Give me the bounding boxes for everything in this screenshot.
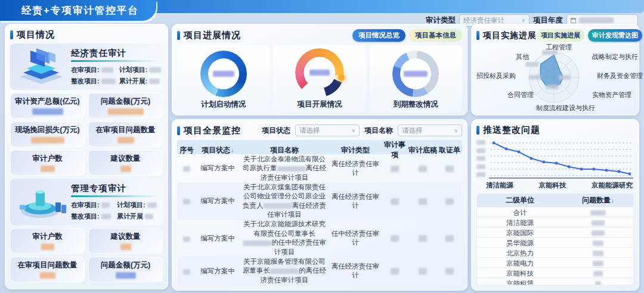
stat-card-label: 审计户数 xyxy=(33,232,63,242)
table-header-row: 二级单位 问题数量↓ xyxy=(477,194,633,207)
dashboard: 经责+专项审计管控平台 审计类型 经济责任审计 ∨ 项目年度 项目情况 xyxy=(0,0,644,293)
redacted-value xyxy=(593,261,603,266)
table-row[interactable]: 编写方案中 关于北京京煤集团有限责任公司物业管理分公司原企业负责人离任经济责任审… xyxy=(177,183,462,220)
redacted-value xyxy=(309,70,330,76)
table-row[interactable]: 编写方案中 关于京能服务管理有限公司原董事长的离任经济责任审计项目 离任经济责任… xyxy=(177,257,462,285)
unit-name: 北京热力 xyxy=(477,249,563,258)
unit-name: 清洁能源 xyxy=(477,219,563,227)
col-seq: 序号 xyxy=(177,145,196,155)
stat-card: 问题金额(万元) xyxy=(88,93,163,119)
redacted-value xyxy=(40,272,55,279)
redacted-value xyxy=(529,75,541,80)
tab-project-overview[interactable]: 项目情况总览 xyxy=(352,29,405,42)
table-row[interactable]: 清洁能源 xyxy=(477,217,633,227)
row-status: 编写方案中 xyxy=(196,234,239,243)
stat-card-label: 建议数量 xyxy=(111,232,141,242)
table-row[interactable]: 北京热力 xyxy=(477,248,633,258)
table-row[interactable]: 京能电力 xyxy=(477,258,633,268)
stat-card-label: 问题金额(万元) xyxy=(101,260,150,270)
redacted-value xyxy=(116,272,136,279)
col-problem-count[interactable]: 问题数量↓ xyxy=(563,195,633,205)
panel-project-progress: 项目进展情况 项目情况总览 项目基本信息 计划启动情况 项目开展情况 xyxy=(172,24,467,116)
gauge-label: 计划启动情况 xyxy=(201,99,246,110)
radar-axis-label: 战略制定与执行 xyxy=(592,52,638,61)
redacted-value xyxy=(108,108,144,115)
stat-card-label: 现场挽回损失(万元) xyxy=(15,125,79,135)
section-title: 经济责任审计 xyxy=(71,48,159,59)
panel-title: 推送整改问题 xyxy=(483,124,540,136)
due-rectification-donut xyxy=(392,51,439,97)
tab-implementation-progress[interactable]: 项目实施进展 xyxy=(537,29,584,42)
stat-label: 整改项目: xyxy=(71,77,100,86)
table-row[interactable]: 京能租赁 xyxy=(477,278,633,285)
gauge-project-conduct: 项目开展情况 xyxy=(273,45,366,113)
redacted-value xyxy=(101,202,110,208)
table-row[interactable]: 京能科技 xyxy=(477,268,633,278)
redacted-value xyxy=(391,166,399,172)
col-status[interactable]: 项目状态↓ xyxy=(196,145,239,155)
row-project-name: 关于北京京煤集团有限责任公司物业管理分公司原企业负责人离任经济责任审计项目 xyxy=(239,183,330,220)
redacted-name xyxy=(243,241,271,246)
stat-card: 建议数量 xyxy=(88,228,163,254)
tab-audit-findings-radar[interactable]: 审计发现雷达图 xyxy=(588,29,642,42)
redacted-value xyxy=(117,137,134,144)
redacted-value xyxy=(101,214,111,219)
rectification-line-chart xyxy=(476,139,634,180)
unit-problem-table: 二级单位 问题数量↓ 合计 清洁能源 京能国际 昊华能源 北京热力 京能电力 京… xyxy=(476,194,634,285)
stat-card: 在审项目问题数量 xyxy=(88,121,163,147)
project-name-select[interactable]: 请选择 ∨ xyxy=(398,124,462,136)
stat-card: 审计户数 xyxy=(10,150,85,176)
panel-push-rectification: 推送整改问题 xyxy=(471,119,639,291)
table-row[interactable]: 编写方案中 关于北京京能能源技术研究有限责任公司董事长的任中经济责任审计项目 任… xyxy=(177,220,462,257)
stat-card: 审计户数 xyxy=(10,228,85,254)
sort-desc-icon: ↓ xyxy=(231,147,234,154)
redacted-value xyxy=(149,79,160,84)
row-audit-type: 离任经济责任审计 xyxy=(330,192,381,210)
table-row[interactable]: 昊华能源 xyxy=(477,238,633,248)
redacted-value xyxy=(445,235,454,242)
redacted-value xyxy=(593,241,603,246)
col-name: 项目名称 xyxy=(239,145,330,155)
redacted-value xyxy=(419,166,427,172)
panel-project-situation: 项目情况 经济责任审计 在审项目: 计划项目: 整改项目: 累计开展: xyxy=(5,24,168,289)
panel-title-row: 项目全景监控 xyxy=(177,125,241,136)
panel-title-row: 项目进展情况 xyxy=(177,30,241,41)
chevron-down-icon: ∨ xyxy=(454,127,458,133)
stat-card: 问题金额(万元) xyxy=(88,257,163,282)
section-economic-audit: 经济责任审计 在审项目: 计划项目: 整改项目: 累计开展: xyxy=(10,43,163,90)
tab-project-basic-info[interactable]: 项目基本信息 xyxy=(409,29,462,42)
unit-name: 京能科技 xyxy=(477,269,563,278)
project-status-select[interactable]: 请选择 ∨ xyxy=(295,124,360,136)
col-audit-type: 审计类型 xyxy=(330,145,381,155)
panel-title: 项目全景监控 xyxy=(184,125,241,136)
stat-label: 整改项目: xyxy=(71,212,100,221)
section-management-audit: 管理专项审计 在审项目: 计划项目: 整改项目: 累计开展 xyxy=(10,179,163,225)
stat-card: 现场挽回损失(万元) xyxy=(10,121,85,147)
chevron-down-icon: ∨ xyxy=(351,127,355,133)
plan-start-donut xyxy=(200,51,247,97)
table-row[interactable]: 编写方案中 关于北京金泰港物流有限公司原执行董离任经济责任审计项目 离任经济责任… xyxy=(177,154,462,183)
panel-title: 项目进展情况 xyxy=(184,30,241,41)
table-row[interactable]: 京能国际 xyxy=(477,227,633,238)
unit-name: 京能租赁 xyxy=(477,279,563,286)
table-row[interactable]: 合计 xyxy=(477,207,633,217)
x-tick-label: 京能能源研究 xyxy=(592,181,633,190)
stat-label: 累计开展: xyxy=(119,77,148,86)
redacted-name xyxy=(277,166,306,172)
redacted-value xyxy=(391,235,399,242)
management-audit-3d-icon xyxy=(14,181,69,223)
economic-audit-3d-icon xyxy=(14,46,69,88)
title-bar-icon xyxy=(476,126,479,135)
redacted-value xyxy=(101,79,116,84)
stat-card: 审计资产总额(亿元) xyxy=(10,93,85,119)
redacted-name xyxy=(264,203,292,208)
row-audit-type: 离任经济责任审计 xyxy=(330,262,381,280)
row-project-name: 关于京能服务管理有限公司原董事长的离任经济责任审计项目 xyxy=(239,257,330,285)
redacted-value xyxy=(593,271,603,276)
radar-axis-label: 制度流程建设与执行 xyxy=(536,104,595,113)
row-project-name: 关于北京金泰港物流有限公司原执行董离任经济责任审计项目 xyxy=(239,155,330,183)
redacted-value xyxy=(31,137,64,144)
title-bar-icon xyxy=(476,31,479,40)
stat-card-label: 审计资产总额(亿元) xyxy=(15,96,79,107)
stat-label: 在审项目: xyxy=(71,66,100,74)
